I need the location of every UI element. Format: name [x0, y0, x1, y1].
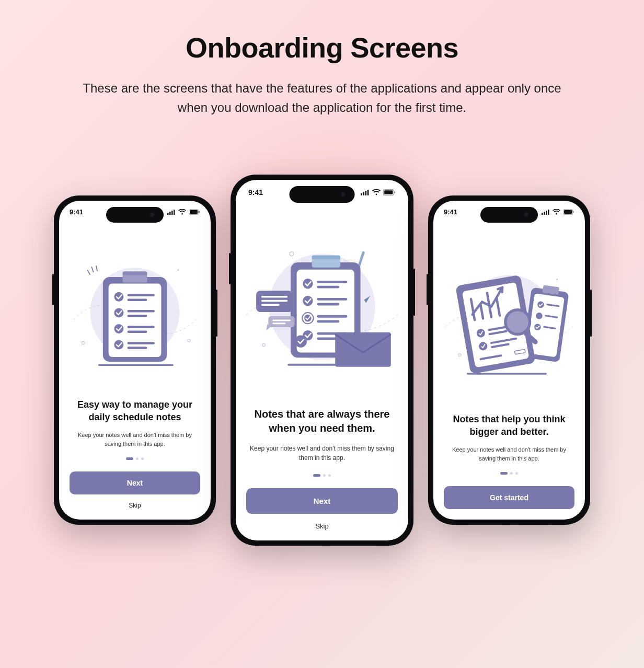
status-icons [361, 189, 396, 195]
onboarding-description: Keep your notes well and don't miss them… [249, 444, 395, 463]
svg-rect-52 [317, 320, 339, 323]
phone-notch [480, 207, 538, 223]
onboarding-title: Easy way to manage your daily schedule n… [70, 398, 200, 424]
dot [141, 457, 144, 460]
svg-rect-25 [128, 347, 147, 349]
phone-mockup-1: 9:41 [54, 195, 216, 525]
pagination-dots [500, 472, 518, 475]
dot-active [313, 474, 320, 477]
svg-rect-64 [288, 364, 374, 366]
svg-point-35 [290, 252, 294, 256]
svg-rect-13 [123, 271, 147, 275]
svg-rect-67 [546, 211, 547, 215]
status-time: 9:41 [70, 208, 83, 216]
dot [515, 472, 518, 475]
svg-point-15 [114, 308, 123, 317]
svg-rect-95 [467, 373, 547, 375]
wifi-icon [178, 209, 186, 215]
svg-rect-0 [167, 213, 169, 215]
cellular-icon [167, 209, 176, 215]
svg-point-16 [114, 324, 123, 333]
phone-notch [106, 207, 164, 223]
svg-rect-65 [542, 213, 543, 215]
svg-rect-50 [317, 303, 339, 306]
svg-rect-61 [272, 323, 285, 325]
svg-point-93 [505, 309, 530, 334]
svg-rect-71 [573, 211, 574, 213]
svg-point-9 [188, 339, 190, 341]
svg-rect-32 [384, 191, 393, 195]
svg-rect-29 [365, 191, 367, 196]
svg-rect-3 [174, 210, 175, 215]
phone-mockup-3: 9:41 [428, 195, 590, 525]
next-button[interactable]: Next [70, 471, 200, 494]
onboarding-description: Keep your notes well and don't miss them… [444, 445, 574, 463]
svg-point-36 [262, 343, 266, 347]
svg-point-17 [114, 340, 123, 349]
svg-rect-19 [128, 298, 147, 301]
svg-rect-49 [317, 298, 347, 301]
dot [136, 457, 139, 460]
svg-rect-51 [317, 315, 347, 318]
svg-rect-63 [335, 332, 391, 367]
clipboard-chat-illustration-icon [241, 231, 403, 378]
svg-rect-28 [363, 192, 364, 195]
status-icons [542, 209, 574, 215]
svg-rect-60 [272, 320, 291, 321]
svg-rect-2 [171, 211, 173, 215]
svg-rect-24 [128, 342, 155, 344]
phone-mockup-2: 9:41 [231, 175, 413, 546]
svg-point-42 [303, 279, 313, 289]
battery-icon [563, 209, 574, 215]
svg-rect-33 [394, 191, 395, 193]
dot-active [500, 472, 508, 475]
svg-rect-27 [361, 193, 362, 195]
next-button[interactable]: Next [246, 488, 398, 514]
onboarding-title: Notes that help you think bigger and bet… [444, 413, 574, 439]
status-time: 9:41 [444, 208, 457, 216]
svg-rect-56 [261, 296, 288, 297]
svg-rect-20 [128, 310, 155, 313]
page-title: Onboarding Screens [0, 31, 644, 64]
status-icons [167, 209, 200, 215]
svg-rect-66 [544, 212, 545, 215]
svg-rect-26 [98, 364, 174, 366]
status-time: 9:41 [248, 188, 263, 197]
svg-rect-68 [548, 210, 549, 215]
skip-button[interactable]: Skip [315, 522, 328, 530]
cellular-icon [361, 189, 370, 195]
svg-rect-59 [268, 316, 294, 327]
phone-notch [290, 186, 355, 203]
svg-rect-18 [128, 294, 155, 296]
svg-point-43 [303, 296, 313, 306]
get-started-button[interactable]: Get started [444, 486, 574, 509]
page-subtitle: These are the screens that have the feat… [82, 78, 562, 117]
svg-rect-22 [128, 326, 155, 328]
svg-rect-5 [190, 210, 198, 214]
clipboard-illustration-icon [64, 249, 205, 371]
dot [323, 474, 326, 477]
dot [510, 472, 513, 475]
svg-point-62 [295, 336, 307, 348]
svg-rect-70 [564, 210, 572, 214]
skip-button[interactable]: Skip [129, 502, 141, 509]
phone-mockups-row: 9:41 [0, 175, 644, 546]
battery-icon [189, 209, 200, 215]
svg-point-73 [458, 353, 461, 356]
svg-rect-6 [199, 211, 200, 213]
svg-rect-57 [261, 300, 288, 302]
svg-rect-48 [317, 286, 339, 289]
svg-rect-1 [169, 212, 171, 215]
pagination-dots [313, 474, 331, 477]
wifi-icon [372, 189, 381, 195]
pagination-dots [126, 457, 144, 460]
svg-point-14 [114, 292, 123, 301]
svg-rect-58 [261, 304, 280, 306]
onboarding-description: Keep your notes well and don't miss them… [70, 431, 200, 448]
wifi-icon [553, 209, 560, 215]
battery-icon [383, 189, 396, 195]
svg-rect-30 [367, 190, 369, 196]
svg-rect-21 [128, 315, 147, 317]
analytics-illustration-icon [439, 256, 580, 378]
onboarding-title: Notes that are always there when you nee… [246, 407, 398, 435]
